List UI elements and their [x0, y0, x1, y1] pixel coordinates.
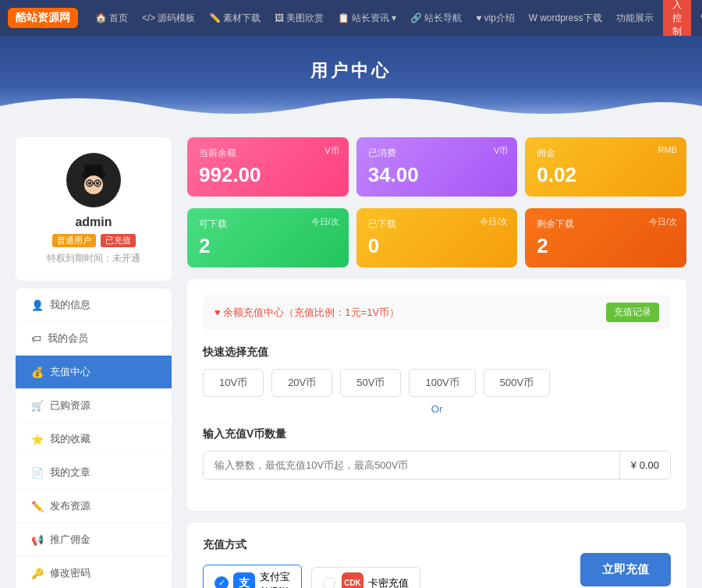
can-download-value: 2 [199, 234, 337, 258]
nav-label-wp: wordpress下载 [540, 12, 601, 25]
coin-500[interactable]: 500V币 [484, 369, 550, 397]
payment-left: 充值方式 ✓ 支 支付宝ALIPAY CDK 卡密充值 [203, 538, 420, 588]
sidebar-item-articles[interactable]: 📄 我的文章 [16, 456, 172, 490]
purchased-icon: 🛒 [31, 400, 44, 412]
nav-item-source[interactable]: </> 源码模板 [136, 9, 201, 28]
stats-row-2: 今日/次 可下载 2 今日/次 已下载 0 今日/次 剩余下载 2 [187, 208, 686, 267]
commission-value: 0.02 [537, 163, 675, 187]
payment-label: 充值方式 [203, 538, 420, 552]
sidebar-item-change-password[interactable]: 🔑 修改密码 [16, 557, 172, 588]
notice-text: ♥ 余额充值中心（充值比例：1元=1V币） [214, 306, 399, 320]
nav-item-home[interactable]: 🏠 首页 [89, 9, 134, 28]
recharge-icon: 💰 [31, 367, 44, 378]
nav-label-source: 源码模板 [158, 12, 195, 25]
my-info-label: 我的信息 [50, 298, 90, 312]
gallery-icon: 🖼 [275, 12, 284, 23]
alipay-check-icon: ✓ [214, 576, 229, 589]
my-info-icon: 👤 [31, 299, 44, 311]
card-method[interactable]: CDK 卡密充值 [311, 567, 420, 589]
vip-expire: 特权到期时间：未开通 [27, 252, 160, 265]
username: admin [27, 215, 160, 229]
commission-label: 佣金 [537, 147, 675, 160]
logo[interactable]: 酷站资源网 [8, 8, 78, 28]
articles-label: 我的文章 [50, 466, 90, 480]
my-vip-label: 我的会员 [48, 331, 88, 345]
coin-100[interactable]: 100V币 [409, 369, 475, 397]
balance-value: 992.00 [199, 163, 337, 187]
user-card: admin 普通用户 已充值 特权到期时间：未开通 [16, 137, 172, 281]
section-quick-title: 快速选择充值 [203, 345, 671, 360]
stat-remaining: 今日/次 剩余下载 2 [525, 208, 686, 267]
home-icon: 🏠 [95, 12, 107, 23]
coin-20[interactable]: 20V币 [271, 369, 332, 397]
recharge-label: 充值中心 [50, 365, 90, 379]
purchased-label: 已购资源 [50, 398, 90, 413]
material-icon: ✏️ [209, 12, 221, 23]
downloaded-label: 已下载 [368, 218, 506, 231]
nav-label-nav: 站长导航 [424, 12, 462, 25]
svg-point-4 [88, 182, 91, 185]
nav-item-nav[interactable]: 🔗 站长导航 [404, 9, 468, 28]
nav-item-wp[interactable]: W wordpress下载 [523, 9, 608, 28]
nav-label-material: 素材下载 [223, 12, 261, 25]
sidebar-item-promotion[interactable]: 📢 推广佣金 [16, 523, 172, 557]
publish-icon: ✏️ [31, 501, 44, 512]
svg-point-5 [96, 182, 99, 185]
nav-icon: 🔗 [410, 12, 422, 23]
content-area: V币 当前余额 992.00 V币 已消费 34.00 RMB 佣金 0.02 … [187, 137, 686, 588]
nav-item-vip[interactable]: ♥ vip介绍 [470, 9, 520, 28]
favorites-label: 我的收藏 [50, 432, 90, 446]
sidebar-item-favorites[interactable]: ⭐ 我的收藏 [16, 423, 172, 456]
coin-amount-input[interactable] [204, 452, 619, 479]
price-display: ¥ 0.00 [619, 452, 670, 479]
publish-label: 发布资源 [50, 499, 90, 513]
can-download-label: 可下载 [199, 218, 337, 231]
spent-value: 34.00 [368, 163, 506, 187]
alipay-method[interactable]: ✓ 支 支付宝ALIPAY [203, 565, 302, 588]
remaining-label: 剩余下载 [537, 218, 675, 231]
user-badges: 普通用户 已充值 [27, 234, 160, 247]
sidebar: admin 普通用户 已充值 特权到期时间：未开通 👤 我的信息 🏷 我的会员 … [16, 137, 172, 588]
nav-item-demo[interactable]: 功能展示 [610, 9, 660, 28]
sidebar-item-publish[interactable]: ✏️ 发布资源 [16, 490, 172, 523]
input-row: ¥ 0.00 [203, 451, 671, 480]
sidebar-item-my-info[interactable]: 👤 我的信息 [16, 289, 172, 322]
downloaded-value: 0 [368, 234, 506, 258]
nav-item-news[interactable]: 📋 站长资讯 ▾ [332, 9, 402, 28]
hero-wave [0, 90, 702, 122]
hero-section: 用户中心 [0, 36, 702, 122]
spent-label: 已消费 [368, 147, 506, 160]
sidebar-item-my-vip[interactable]: 🏷 我的会员 [16, 322, 172, 356]
card-icon: CDK [342, 572, 363, 589]
nav-label-gallery: 美图欣赏 [286, 12, 324, 25]
coin-10[interactable]: 10V币 [203, 369, 264, 397]
nav-item-material[interactable]: ✏️ 素材下载 [203, 9, 267, 28]
avatar-image [70, 157, 117, 204]
my-vip-icon: 🏷 [31, 333, 41, 345]
record-button[interactable]: 充值记录 [606, 303, 659, 322]
stat-balance: V币 当前余额 992.00 [187, 137, 349, 197]
search-icon[interactable]: 🔍 [697, 8, 702, 29]
nav-label-vip: vip介绍 [484, 12, 514, 25]
panel-notice: ♥ 余额充值中心（充值比例：1元=1V币） 充值记录 [203, 295, 671, 330]
hero-title: 用户中心 [310, 59, 392, 83]
section-input-title: 输入充值V币数量 [203, 427, 671, 441]
remaining-value: 2 [537, 234, 675, 258]
nav-label-news: 站长资讯 [352, 12, 389, 25]
recharge-button[interactable]: 立即充值 [580, 553, 671, 586]
code-icon: </> [142, 12, 155, 23]
stat-can-download: 今日/次 可下载 2 [187, 208, 349, 267]
nav-label-demo: 功能展示 [616, 12, 654, 25]
main-content: admin 普通用户 已充值 特权到期时间：未开通 👤 我的信息 🏷 我的会员 … [0, 122, 702, 588]
nav-item-gallery[interactable]: 🖼 美图欣赏 [268, 9, 330, 28]
stat-spent: V币 已消费 34.00 [356, 137, 518, 197]
payment-methods: ✓ 支 支付宝ALIPAY CDK 卡密充值 [203, 565, 420, 588]
avatar [66, 153, 121, 207]
alipay-label: 支付宝ALIPAY [260, 570, 290, 588]
svg-rect-2 [84, 165, 103, 176]
coin-50[interactable]: 50V币 [340, 369, 401, 397]
sidebar-item-recharge[interactable]: 💰 充值中心 [16, 356, 172, 389]
sidebar-item-purchased[interactable]: 🛒 已购资源 [16, 389, 172, 423]
stat-commission: RMB 佣金 0.02 [525, 137, 686, 197]
card-radio-icon [323, 577, 335, 589]
